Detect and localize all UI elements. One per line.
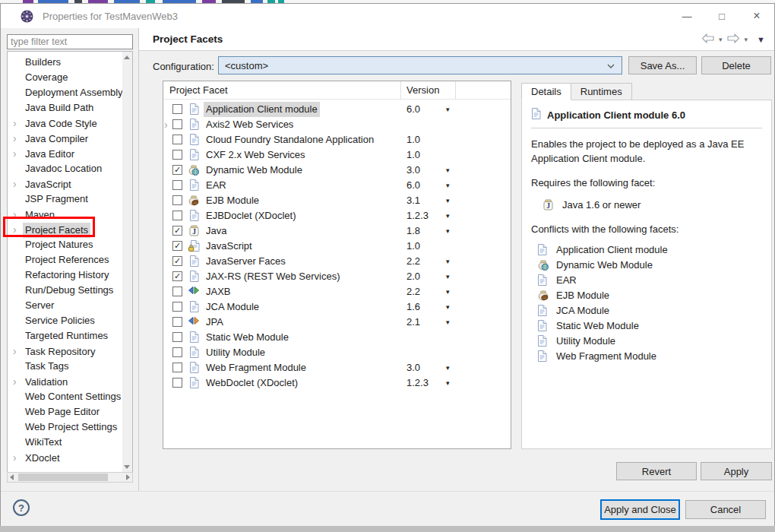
sidebar-item-project-references[interactable]: Project References — [8, 252, 132, 268]
facet-checkbox[interactable] — [172, 135, 182, 144]
sidebar-item-javadoc-location[interactable]: Javadoc Location — [8, 161, 132, 176]
facet-checkbox[interactable] — [172, 180, 182, 190]
revert-button[interactable]: Revert — [616, 462, 697, 480]
version-menu-icon[interactable]: ▾ — [446, 315, 450, 330]
expand-chevron-icon[interactable]: › — [164, 117, 168, 132]
configuration-combobox[interactable]: <custom> — [218, 56, 622, 74]
facet-checkbox[interactable]: ✓ — [172, 271, 182, 281]
facet-checkbox[interactable] — [172, 150, 182, 160]
version-menu-icon[interactable]: ▾ — [446, 360, 450, 375]
scroll-right-icon[interactable] — [126, 474, 130, 480]
version-menu-icon[interactable]: ▾ — [446, 178, 450, 193]
version-menu-icon[interactable]: ▾ — [446, 102, 450, 117]
expand-chevron-icon[interactable]: › — [8, 207, 18, 222]
sidebar-vertical-scrollbar[interactable] — [122, 52, 132, 473]
sidebar-item-jsp-fragment[interactable]: JSP Fragment — [8, 192, 132, 207]
scroll-up-icon[interactable] — [124, 55, 130, 59]
facet-checkbox[interactable] — [172, 302, 182, 312]
version-menu-icon[interactable]: ▾ — [446, 223, 450, 239]
facet-row-axis2-web-services[interactable]: ›Axis2 Web Services — [163, 117, 511, 132]
expand-chevron-icon[interactable]: › — [8, 176, 18, 192]
version-menu-icon[interactable]: ▾ — [446, 375, 450, 391]
apply-and-close-button[interactable]: Apply and Close — [600, 499, 680, 520]
sidebar-item-run-debug-settings[interactable]: Run/Debug Settings — [8, 283, 132, 298]
version-menu-icon[interactable]: ▾ — [446, 254, 450, 269]
expand-chevron-icon[interactable]: › — [8, 146, 18, 161]
facet-checkbox[interactable]: ✓ — [172, 165, 182, 175]
close-button[interactable]: × — [739, 4, 774, 28]
facet-checkbox[interactable]: ✓ — [172, 226, 182, 236]
sidebar-item-targeted-runtimes[interactable]: Targeted Runtimes — [8, 328, 132, 344]
minimize-button[interactable]: — — [669, 4, 704, 28]
facet-checkbox[interactable] — [172, 317, 182, 327]
facet-row-web-fragment-module[interactable]: Web Fragment Module3.0▾ — [163, 360, 511, 375]
maximize-button[interactable]: □ — [704, 4, 739, 28]
version-menu-icon[interactable]: ▾ — [446, 163, 450, 178]
sidebar-item-project-facets[interactable]: ›Project Facets — [8, 222, 132, 237]
facet-checkbox[interactable] — [172, 195, 182, 205]
facet-row-javascript[interactable]: ✓JavaScript1.0 — [163, 239, 511, 254]
facet-row-webdoclet-xdoclet[interactable]: WebDoclet (XDoclet)1.2.3▾ — [163, 375, 511, 391]
sidebar-item-java-editor[interactable]: ›Java Editor — [8, 146, 132, 161]
scroll-down-icon[interactable] — [124, 465, 130, 469]
sidebar-item-refactoring-history[interactable]: Refactoring History — [8, 268, 132, 283]
column-header-project-facet[interactable]: Project Facet — [169, 81, 228, 100]
sidebar-item-web-content-settings[interactable]: Web Content Settings — [8, 389, 132, 404]
cancel-button[interactable]: Cancel — [685, 500, 766, 519]
facet-row-jax-rs-rest-web-services[interactable]: ✓JAX-RS (REST Web Services)2.0▾ — [163, 269, 511, 284]
facet-checkbox[interactable]: ✓ — [172, 241, 182, 251]
facet-row-javaserver-faces[interactable]: ✓JavaServer Faces2.2▾ — [163, 254, 511, 269]
scrollbar-thumb[interactable] — [18, 473, 108, 481]
facet-row-ejb-module[interactable]: EJB Module3.1▾ — [163, 193, 511, 208]
sidebar-item-validation[interactable]: ›Validation — [8, 374, 132, 389]
view-menu-icon[interactable]: ▼ — [757, 35, 765, 44]
sidebar-item-coverage[interactable]: Coverage — [8, 70, 132, 85]
back-arrow-icon[interactable] — [701, 33, 714, 46]
help-button[interactable]: ? — [13, 499, 30, 516]
facet-row-cloud-foundry-standalone-application[interactable]: Cloud Foundry Standalone Application1.0 — [163, 132, 511, 147]
forward-arrow-icon[interactable] — [727, 33, 740, 46]
facet-checkbox[interactable] — [172, 378, 182, 388]
facet-row-application-client-module[interactable]: Application Client module6.0▾ — [163, 102, 511, 117]
sidebar-item-web-page-editor[interactable]: Web Page Editor — [8, 404, 132, 420]
version-menu-icon[interactable]: ▾ — [446, 208, 450, 223]
facet-row-jaxb[interactable]: JAXB2.2▾ — [163, 284, 511, 299]
save-as-button[interactable]: Save As... — [628, 56, 697, 74]
sidebar-item-xdoclet[interactable]: ›XDoclet — [8, 450, 132, 465]
sidebar-item-task-repository[interactable]: ›Task Repository — [8, 344, 132, 359]
sidebar-item-builders[interactable]: Builders — [8, 55, 132, 70]
sidebar-item-javascript[interactable]: ›JavaScript — [8, 176, 132, 192]
facet-row-static-web-module[interactable]: Static Web Module — [163, 330, 511, 345]
facet-checkbox[interactable] — [172, 211, 182, 220]
expand-chevron-icon[interactable]: › — [8, 374, 18, 389]
expand-chevron-icon[interactable]: › — [8, 344, 18, 359]
version-menu-icon[interactable]: ▾ — [446, 284, 450, 299]
version-menu-icon[interactable]: ▾ — [446, 299, 450, 315]
back-history-caret-icon[interactable]: ▾ — [719, 36, 723, 43]
sidebar-item-maven[interactable]: ›Maven — [8, 207, 132, 222]
facet-checkbox[interactable] — [172, 363, 182, 372]
filter-input[interactable] — [7, 34, 133, 49]
sidebar-horizontal-scrollbar[interactable] — [7, 472, 133, 483]
sidebar-item-java-build-path[interactable]: Java Build Path — [8, 100, 132, 116]
sidebar-item-task-tags[interactable]: Task Tags — [8, 359, 132, 374]
facet-row-ejbdoclet-xdoclet[interactable]: EJBDoclet (XDoclet)1.2.3▾ — [163, 208, 511, 223]
expand-chevron-icon[interactable]: › — [8, 450, 18, 465]
facet-row-utility-module[interactable]: Utility Module — [163, 345, 511, 360]
sidebar-item-wikitext[interactable]: WikiText — [8, 435, 132, 450]
facet-row-ear[interactable]: EAR6.0▾ — [163, 178, 511, 193]
column-header-version[interactable]: Version — [406, 81, 439, 100]
facet-row-dynamic-web-module[interactable]: ✓Dynamic Web Module3.0▾ — [163, 163, 511, 178]
sidebar-item-java-compiler[interactable]: ›Java Compiler — [8, 131, 132, 146]
facet-checkbox[interactable] — [172, 287, 182, 296]
version-menu-icon[interactable]: ▾ — [446, 269, 450, 284]
sidebar-item-server[interactable]: Server — [8, 298, 132, 313]
expand-chevron-icon[interactable]: › — [8, 116, 18, 131]
expand-chevron-icon[interactable]: › — [8, 222, 18, 237]
sidebar-item-service-policies[interactable]: Service Policies — [8, 313, 132, 328]
tab-runtimes[interactable]: Runtimes — [571, 83, 632, 100]
scroll-left-icon[interactable] — [10, 474, 14, 480]
facet-checkbox[interactable] — [172, 119, 182, 129]
facet-checkbox[interactable]: ✓ — [172, 256, 182, 266]
sidebar-item-java-code-style[interactable]: ›Java Code Style — [8, 116, 132, 131]
